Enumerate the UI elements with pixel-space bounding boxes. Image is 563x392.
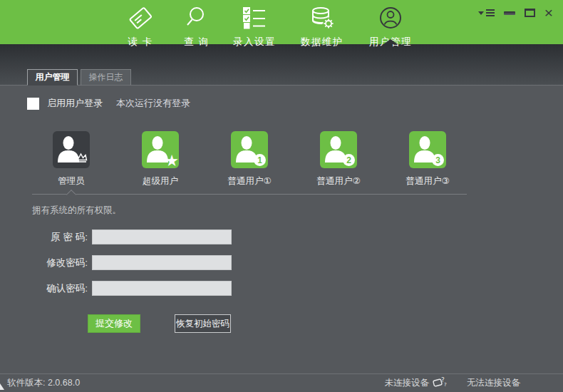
- maximize-button[interactable]: [525, 6, 535, 19]
- nav-item-data-maintenance[interactable]: 数据维护: [283, 5, 361, 48]
- maximize-icon: [525, 9, 535, 17]
- app-header: 读 卡 查 询: [0, 0, 563, 44]
- enable-login-checkbox[interactable]: [27, 98, 39, 110]
- login-status-text: 本次运行没有登录: [116, 97, 190, 110]
- device-disconnected-icon: ? ?: [433, 376, 448, 390]
- user-tile-label-normal-2[interactable]: 普通用户②: [296, 175, 381, 187]
- tab-strip-band: 用户管理 操作日志: [0, 44, 563, 86]
- nav-label: 读 卡: [128, 36, 153, 48]
- section-divider: [32, 194, 467, 195]
- close-button[interactable]: ×: [544, 6, 553, 19]
- login-enable-row: 启用用户登录 本次运行没有登录: [27, 97, 190, 110]
- old-password-field[interactable]: [92, 229, 232, 244]
- active-nav-pointer: [383, 39, 398, 44]
- user-tile-normal-3[interactable]: 3: [409, 131, 446, 168]
- user-tile-normal-2[interactable]: 2: [320, 131, 357, 168]
- software-version-text: 软件版本: 2.0.68.0: [7, 377, 80, 389]
- submit-changes-button[interactable]: 提交修改: [88, 314, 140, 333]
- hamburger-icon: [486, 9, 495, 16]
- nav-label: 录入设置: [233, 36, 276, 48]
- device-status-group: 未连接设备 ? ? 无法连接设备: [385, 376, 521, 390]
- user-tile-label-normal-1[interactable]: 普通用户①: [207, 175, 292, 187]
- confirm-password-row: 确认密码:: [27, 281, 232, 296]
- user-tile-super[interactable]: ★: [142, 131, 179, 168]
- user-circle-icon: [378, 5, 403, 33]
- user-tile-label-normal-3[interactable]: 普通用户③: [385, 175, 470, 187]
- confirm-password-field[interactable]: [92, 281, 232, 296]
- nav-label: 查 询: [184, 36, 209, 48]
- tab-user-management[interactable]: 用户管理: [27, 69, 78, 86]
- restore-initial-password-button[interactable]: 恢复初始密码: [175, 314, 231, 333]
- enable-login-label[interactable]: 启用用户登录: [47, 97, 103, 110]
- menu-button[interactable]: [478, 6, 495, 19]
- minimize-icon: [504, 11, 515, 15]
- nav-label: 数据维护: [301, 36, 344, 48]
- confirm-password-label: 确认密码:: [27, 282, 88, 295]
- badge-number-3: 3: [432, 154, 444, 166]
- crown-icon: [73, 153, 88, 166]
- nav-item-entry-settings[interactable]: 录入设置: [215, 5, 294, 48]
- tab-bar: 用户管理 操作日志: [27, 69, 131, 86]
- user-tile-label-super[interactable]: 超级用户: [118, 175, 203, 187]
- tab-operation-log[interactable]: 操作日志: [81, 69, 131, 86]
- old-password-label: 原 密 码:: [27, 231, 88, 244]
- connection-status-text: 无法连接设备: [467, 377, 520, 389]
- search-icon: [184, 5, 210, 33]
- user-tile-admin[interactable]: [53, 131, 90, 168]
- resize-grip: [0, 383, 4, 390]
- status-bar: 软件版本: 2.0.68.0 未连接设备 ? ? 无法连接设备: [0, 373, 563, 392]
- new-password-row: 修改密码:: [27, 255, 232, 270]
- new-password-label: 修改密码:: [27, 257, 88, 269]
- card-icon: [128, 5, 153, 33]
- close-icon: ×: [544, 7, 553, 19]
- star-icon: ★: [165, 153, 179, 169]
- window-controls: ×: [478, 6, 553, 19]
- chevron-down-icon: [478, 11, 484, 15]
- checklist-icon: [242, 5, 267, 33]
- user-tile-label-admin[interactable]: 管理员: [29, 175, 114, 187]
- badge-number-1: 1: [254, 154, 266, 166]
- badge-number-2: 2: [343, 154, 355, 166]
- device-status-text: 未连接设备: [385, 377, 430, 389]
- minimize-button[interactable]: [504, 6, 515, 19]
- svg-text:?: ?: [444, 382, 447, 388]
- selected-user-pointer: [66, 189, 76, 199]
- old-password-row: 原 密 码:: [27, 229, 232, 244]
- user-tile-normal-1[interactable]: 1: [231, 131, 268, 168]
- database-gear-icon: [309, 5, 335, 33]
- new-password-field[interactable]: [92, 255, 232, 270]
- permission-description: 拥有系统的所有权限。: [32, 205, 121, 217]
